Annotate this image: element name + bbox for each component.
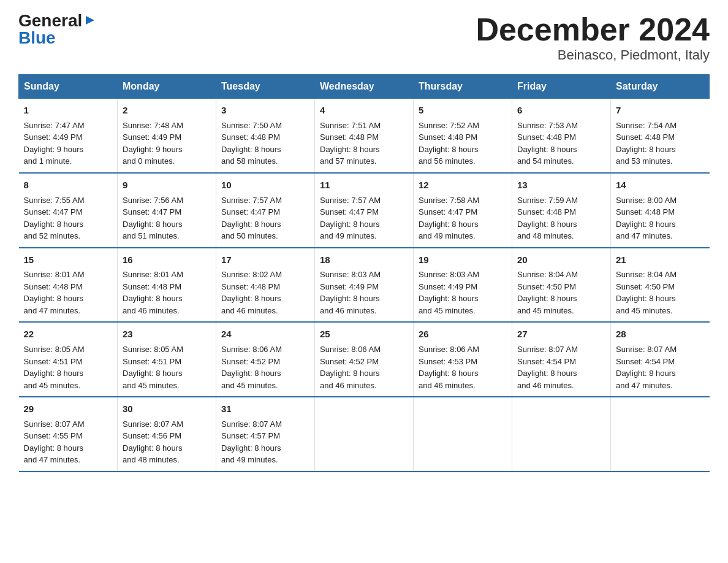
col-monday: Monday — [118, 75, 216, 99]
day-number: 15 — [24, 253, 113, 267]
calendar-cell: 2Sunrise: 7:48 AM Sunset: 4:49 PM Daylig… — [118, 99, 216, 173]
day-number: 9 — [123, 178, 211, 192]
logo: General Blue — [18, 12, 97, 47]
calendar-cell: 23Sunrise: 8:05 AM Sunset: 4:51 PM Dayli… — [118, 322, 216, 397]
calendar-cell — [414, 397, 512, 472]
day-number: 5 — [419, 104, 507, 117]
day-number: 12 — [419, 178, 507, 192]
day-number: 13 — [517, 178, 605, 192]
day-info: Sunrise: 7:51 AM Sunset: 4:48 PM Dayligh… — [320, 120, 408, 167]
calendar-cell: 25Sunrise: 8:06 AM Sunset: 4:52 PM Dayli… — [315, 322, 414, 397]
day-number: 18 — [320, 253, 408, 267]
day-number: 17 — [221, 253, 309, 267]
header-row: Sunday Monday Tuesday Wednesday Thursday… — [19, 75, 710, 99]
title-block: December 2024 Beinasco, Piedmont, Italy — [476, 12, 710, 63]
day-info: Sunrise: 7:53 AM Sunset: 4:48 PM Dayligh… — [517, 120, 605, 167]
calendar-cell: 18Sunrise: 8:03 AM Sunset: 4:49 PM Dayli… — [315, 248, 414, 323]
day-info: Sunrise: 7:55 AM Sunset: 4:47 PM Dayligh… — [24, 194, 113, 242]
col-wednesday: Wednesday — [315, 75, 414, 99]
day-info: Sunrise: 8:01 AM Sunset: 4:48 PM Dayligh… — [24, 269, 113, 316]
col-thursday: Thursday — [414, 75, 512, 99]
calendar-cell: 17Sunrise: 8:02 AM Sunset: 4:48 PM Dayli… — [216, 248, 315, 323]
calendar-cell: 4Sunrise: 7:51 AM Sunset: 4:48 PM Daylig… — [315, 99, 414, 173]
day-number: 1 — [24, 104, 113, 117]
day-number: 19 — [419, 253, 507, 267]
day-info: Sunrise: 7:58 AM Sunset: 4:47 PM Dayligh… — [419, 194, 507, 242]
col-friday: Friday — [512, 75, 611, 99]
day-number: 20 — [517, 253, 605, 267]
calendar-cell: 20Sunrise: 8:04 AM Sunset: 4:50 PM Dayli… — [512, 248, 611, 323]
day-info: Sunrise: 8:00 AM Sunset: 4:48 PM Dayligh… — [616, 194, 705, 242]
day-info: Sunrise: 8:07 AM Sunset: 4:54 PM Dayligh… — [616, 343, 705, 391]
col-tuesday: Tuesday — [216, 75, 315, 99]
day-info: Sunrise: 7:48 AM Sunset: 4:49 PM Dayligh… — [123, 120, 211, 167]
page-subtitle: Beinasco, Piedmont, Italy — [476, 47, 710, 63]
calendar-cell: 29Sunrise: 8:07 AM Sunset: 4:55 PM Dayli… — [19, 397, 118, 472]
day-info: Sunrise: 8:05 AM Sunset: 4:51 PM Dayligh… — [123, 343, 211, 391]
day-info: Sunrise: 8:03 AM Sunset: 4:49 PM Dayligh… — [419, 269, 507, 316]
calendar-cell: 31Sunrise: 8:07 AM Sunset: 4:57 PM Dayli… — [216, 397, 315, 472]
day-info: Sunrise: 7:57 AM Sunset: 4:47 PM Dayligh… — [320, 194, 408, 242]
day-number: 7 — [616, 104, 705, 117]
day-number: 27 — [517, 327, 605, 341]
day-info: Sunrise: 7:57 AM Sunset: 4:47 PM Dayligh… — [221, 194, 309, 242]
calendar-week-row: 1Sunrise: 7:47 AM Sunset: 4:49 PM Daylig… — [19, 99, 710, 173]
day-number: 25 — [320, 327, 408, 341]
col-sunday: Sunday — [19, 75, 118, 99]
calendar-cell — [512, 397, 611, 472]
calendar-cell: 16Sunrise: 8:01 AM Sunset: 4:48 PM Dayli… — [118, 248, 216, 323]
calendar-cell: 30Sunrise: 8:07 AM Sunset: 4:56 PM Dayli… — [118, 397, 216, 472]
day-number: 8 — [24, 178, 113, 192]
calendar-table: Sunday Monday Tuesday Wednesday Thursday… — [18, 74, 710, 472]
calendar-cell: 5Sunrise: 7:52 AM Sunset: 4:48 PM Daylig… — [414, 99, 512, 173]
logo-triangle-icon — [83, 13, 97, 27]
calendar-cell: 22Sunrise: 8:05 AM Sunset: 4:51 PM Dayli… — [19, 322, 118, 397]
calendar-cell: 10Sunrise: 7:57 AM Sunset: 4:47 PM Dayli… — [216, 173, 315, 248]
day-info: Sunrise: 8:06 AM Sunset: 4:52 PM Dayligh… — [320, 343, 408, 391]
day-number: 3 — [221, 104, 309, 117]
day-number: 4 — [320, 104, 408, 117]
calendar-cell — [315, 397, 414, 472]
day-info: Sunrise: 7:59 AM Sunset: 4:48 PM Dayligh… — [517, 194, 605, 242]
day-number: 29 — [24, 402, 113, 416]
day-info: Sunrise: 8:01 AM Sunset: 4:48 PM Dayligh… — [123, 269, 211, 316]
day-info: Sunrise: 8:04 AM Sunset: 4:50 PM Dayligh… — [616, 269, 705, 316]
day-number: 30 — [123, 402, 211, 416]
day-info: Sunrise: 7:54 AM Sunset: 4:48 PM Dayligh… — [616, 120, 705, 167]
svg-marker-0 — [86, 16, 94, 25]
day-info: Sunrise: 7:47 AM Sunset: 4:49 PM Dayligh… — [24, 120, 113, 167]
day-info: Sunrise: 8:07 AM Sunset: 4:54 PM Dayligh… — [517, 343, 605, 391]
day-number: 24 — [221, 327, 309, 341]
day-info: Sunrise: 8:06 AM Sunset: 4:53 PM Dayligh… — [419, 343, 507, 391]
day-number: 26 — [419, 327, 507, 341]
col-saturday: Saturday — [611, 75, 710, 99]
day-number: 21 — [616, 253, 705, 267]
calendar-cell — [611, 397, 710, 472]
calendar-cell: 14Sunrise: 8:00 AM Sunset: 4:48 PM Dayli… — [611, 173, 710, 248]
calendar-cell: 15Sunrise: 8:01 AM Sunset: 4:48 PM Dayli… — [19, 248, 118, 323]
calendar-week-row: 15Sunrise: 8:01 AM Sunset: 4:48 PM Dayli… — [19, 248, 710, 323]
calendar-cell: 1Sunrise: 7:47 AM Sunset: 4:49 PM Daylig… — [19, 99, 118, 173]
day-number: 2 — [123, 104, 211, 117]
calendar-cell: 26Sunrise: 8:06 AM Sunset: 4:53 PM Dayli… — [414, 322, 512, 397]
day-info: Sunrise: 8:05 AM Sunset: 4:51 PM Dayligh… — [24, 343, 113, 391]
logo-general-text: General — [18, 12, 82, 29]
calendar-cell: 12Sunrise: 7:58 AM Sunset: 4:47 PM Dayli… — [414, 173, 512, 248]
day-info: Sunrise: 8:03 AM Sunset: 4:49 PM Dayligh… — [320, 269, 408, 316]
calendar-cell: 13Sunrise: 7:59 AM Sunset: 4:48 PM Dayli… — [512, 173, 611, 248]
day-info: Sunrise: 7:50 AM Sunset: 4:48 PM Dayligh… — [221, 120, 309, 167]
day-info: Sunrise: 7:56 AM Sunset: 4:47 PM Dayligh… — [123, 194, 211, 242]
day-number: 16 — [123, 253, 211, 267]
day-info: Sunrise: 8:07 AM Sunset: 4:57 PM Dayligh… — [221, 418, 309, 466]
day-info: Sunrise: 8:04 AM Sunset: 4:50 PM Dayligh… — [517, 269, 605, 316]
calendar-cell: 24Sunrise: 8:06 AM Sunset: 4:52 PM Dayli… — [216, 322, 315, 397]
calendar-week-row: 22Sunrise: 8:05 AM Sunset: 4:51 PM Dayli… — [19, 322, 710, 397]
day-number: 10 — [221, 178, 309, 192]
calendar-cell: 27Sunrise: 8:07 AM Sunset: 4:54 PM Dayli… — [512, 322, 611, 397]
day-number: 6 — [517, 104, 605, 117]
calendar-cell: 21Sunrise: 8:04 AM Sunset: 4:50 PM Dayli… — [611, 248, 710, 323]
calendar-cell: 8Sunrise: 7:55 AM Sunset: 4:47 PM Daylig… — [19, 173, 118, 248]
calendar-cell: 9Sunrise: 7:56 AM Sunset: 4:47 PM Daylig… — [118, 173, 216, 248]
day-info: Sunrise: 8:06 AM Sunset: 4:52 PM Dayligh… — [221, 343, 309, 391]
calendar-body: 1Sunrise: 7:47 AM Sunset: 4:49 PM Daylig… — [19, 99, 710, 472]
